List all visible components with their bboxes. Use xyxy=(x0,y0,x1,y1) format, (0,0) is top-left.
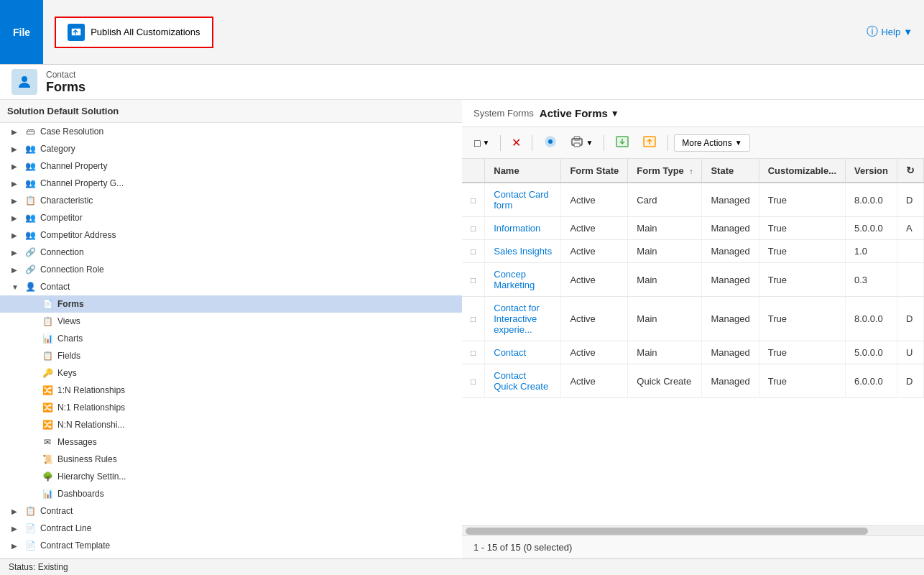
print-button[interactable]: ▼ xyxy=(565,132,598,154)
svg-point-2 xyxy=(22,76,27,82)
row-name-0[interactable]: Contact Card form xyxy=(485,183,561,217)
row-name-2[interactable]: Sales Insights xyxy=(485,240,561,263)
column-header-name[interactable]: Name xyxy=(485,159,561,183)
table-header: Name Form State Form Type ↑ State xyxy=(462,159,924,183)
sidebar-item-hierarchy-settings[interactable]: 🌳 Hierarchy Settin... xyxy=(0,468,462,485)
delete-button[interactable]: ✕ xyxy=(507,132,526,153)
sidebar-item-n1-relationships[interactable]: 🔀 N:1 Relationships xyxy=(0,399,462,416)
sidebar-item-fields[interactable]: 📋 Fields xyxy=(0,347,462,364)
row-extra-6: D xyxy=(897,364,924,398)
row-name-5[interactable]: Contact xyxy=(485,341,561,364)
toolbar: □ ▼ ✕ xyxy=(462,127,924,159)
sidebar-item-connection[interactable]: ▶ 🔗 Connection xyxy=(0,244,462,261)
row-name-6[interactable]: Contact Quick Create xyxy=(485,364,561,398)
main-layout: Solution Default Solution ▶ 🗃 Case Resol… xyxy=(0,100,924,558)
row-name-1[interactable]: Information xyxy=(485,217,561,240)
row-checkbox-6[interactable]: □ xyxy=(462,364,485,398)
column-header-form-type[interactable]: Form Type ↑ xyxy=(628,159,702,183)
row-checkbox-3[interactable]: □ xyxy=(462,263,485,297)
sidebar-item-contract[interactable]: ▶ 📋 Contract xyxy=(0,502,462,520)
sidebar-item-competitor[interactable]: ▶ 👥 Competitor xyxy=(0,209,462,226)
expand-arrow-icon: ▶ xyxy=(11,249,20,257)
row-form-state-0: Active xyxy=(561,183,628,217)
expand-arrow-icon: ▼ xyxy=(11,283,20,291)
sidebar-item-category[interactable]: ▶ 👥 Category xyxy=(0,140,462,157)
row-form-type-1: Main xyxy=(628,217,702,240)
select-dropdown-button[interactable]: □ ▼ xyxy=(469,134,494,152)
sidebar-item-icon: ✉ xyxy=(42,436,53,448)
row-version-4: 8.0.0.0 xyxy=(846,297,897,341)
help-circle-icon: ⓘ xyxy=(867,24,878,40)
row-checkbox-0[interactable]: □ xyxy=(462,183,485,217)
row-version-2: 1.0 xyxy=(846,240,897,263)
row-state-3: Managed xyxy=(702,263,759,297)
row-extra-4: D xyxy=(897,297,924,341)
sidebar-item-icon: 👤 xyxy=(24,281,36,293)
row-form-state-5: Active xyxy=(561,341,628,364)
sidebar-item-case-resolution[interactable]: ▶ 🗃 Case Resolution xyxy=(0,123,462,140)
import-button[interactable] xyxy=(610,132,634,154)
more-actions-button[interactable]: More Actions ▼ xyxy=(674,134,749,152)
sidebar-item-label: Messages xyxy=(57,437,97,447)
row-name-3[interactable]: Concep Marketing xyxy=(485,263,561,297)
active-forms-label: Active Forms xyxy=(540,107,608,119)
row-checkbox-2[interactable]: □ xyxy=(462,240,485,263)
sidebar-item-icon: 🔗 xyxy=(24,247,36,258)
svg-rect-6 xyxy=(574,143,580,147)
export-button[interactable] xyxy=(637,132,662,154)
row-state-4: Managed xyxy=(702,297,759,341)
column-header-version[interactable]: Version xyxy=(846,159,897,183)
sidebar-item-label: Channel Property G... xyxy=(40,178,124,188)
row-checkbox-1[interactable]: □ xyxy=(462,217,485,240)
active-forms-dropdown[interactable]: Active Forms ▼ xyxy=(540,107,619,119)
toolbar-sep-4 xyxy=(667,135,668,151)
sidebar-item-characteristic[interactable]: ▶ 📋 Characteristic xyxy=(0,192,462,209)
row-customizable-3: True xyxy=(759,263,845,297)
sidebar-item-business-rules[interactable]: 📜 Business Rules xyxy=(0,451,462,468)
pagination: 1 - 15 of 15 (0 selected) xyxy=(462,535,924,558)
column-header-refresh[interactable]: ↻ xyxy=(897,159,924,183)
status-bar: Status: Existing xyxy=(0,558,924,575)
sidebar-item-connection-role[interactable]: ▶ 🔗 Connection Role xyxy=(0,261,462,278)
expand-arrow-icon: ▶ xyxy=(11,145,20,153)
row-name-4[interactable]: Contact for Interactive experie... xyxy=(485,297,561,341)
more-actions-arrow-icon: ▼ xyxy=(735,139,742,147)
help-button[interactable]: ⓘ Help ▼ xyxy=(867,24,913,40)
column-header-customizable[interactable]: Customizable... xyxy=(759,159,845,183)
sort-asc-icon: ↑ xyxy=(689,167,693,175)
header-text: Contact Forms xyxy=(46,70,86,95)
sidebar-item-label: Fields xyxy=(57,351,80,361)
sidebar-item-channel-property-g[interactable]: ▶ 👥 Channel Property G... xyxy=(0,175,462,192)
sidebar-item-charts[interactable]: 📊 Charts xyxy=(0,330,462,347)
sidebar-item-channel-property[interactable]: ▶ 👥 Channel Property xyxy=(0,157,462,175)
sidebar-item-contract-template[interactable]: ▶ 📄 Contract Template xyxy=(0,537,462,554)
activate-button[interactable] xyxy=(538,132,563,154)
sidebar-item-forms[interactable]: 📄 Forms xyxy=(0,295,462,313)
sidebar-item-keys[interactable]: 🔑 Keys xyxy=(0,364,462,382)
horizontal-scrollbar[interactable] xyxy=(462,525,924,535)
sidebar-item-icon: 📊 xyxy=(42,488,53,500)
toolbar-sep-3 xyxy=(604,135,604,151)
sidebar-item-competitor-address[interactable]: ▶ 👥 Competitor Address xyxy=(0,226,462,244)
publish-all-button[interactable]: Publish All Customizations xyxy=(55,17,213,48)
sidebar-item-icon: 🔀 xyxy=(42,385,53,396)
column-header-checkbox[interactable] xyxy=(462,159,485,183)
sidebar-item-views[interactable]: 📋 Views xyxy=(0,313,462,330)
column-header-state[interactable]: State xyxy=(702,159,759,183)
sidebar-item-contact[interactable]: ▼ 👤 Contact xyxy=(0,278,462,295)
sidebar-item-1n-relationships[interactable]: 🔀 1:N Relationships xyxy=(0,382,462,399)
sidebar-item-nn-relationships[interactable]: 🔀 N:N Relationshi... xyxy=(0,416,462,433)
file-tab[interactable]: File xyxy=(0,0,43,64)
sidebar-item-label: Forms xyxy=(57,299,84,309)
sidebar-item-label: Contract xyxy=(40,506,73,516)
sidebar-item-contract-line[interactable]: ▶ 📄 Contract Line xyxy=(0,520,462,537)
state-col-label: State xyxy=(711,165,734,176)
column-header-form-state[interactable]: Form State xyxy=(561,159,628,183)
sidebar-item-dashboards[interactable]: 📊 Dashboards xyxy=(0,485,462,502)
row-checkbox-4[interactable]: □ xyxy=(462,297,485,341)
sidebar-item-icon: 📄 xyxy=(42,298,53,310)
row-checkbox-5[interactable]: □ xyxy=(462,341,485,364)
sidebar-item-messages[interactable]: ✉ Messages xyxy=(0,433,462,451)
sidebar-item-icon: 🔑 xyxy=(42,367,53,379)
print-dropdown-icon: ▼ xyxy=(586,139,593,147)
